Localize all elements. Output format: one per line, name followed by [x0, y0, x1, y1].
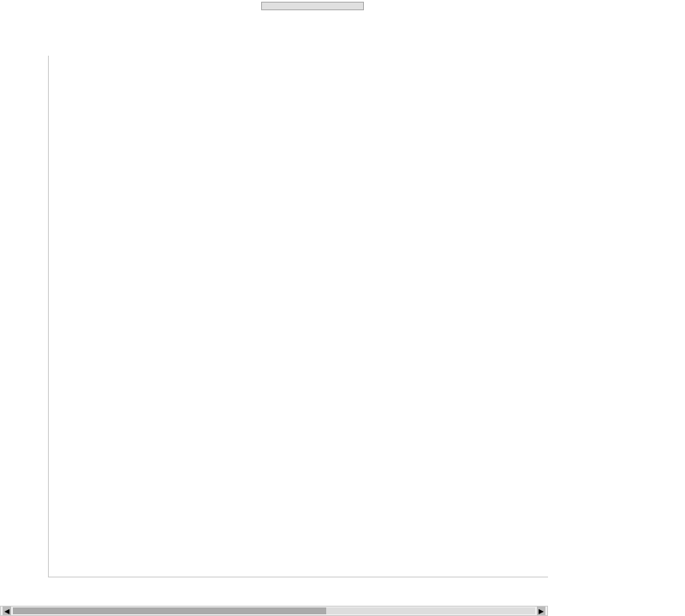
chart-area [0, 47, 548, 590]
bottom-scrollbar[interactable]: ◀ ▶ [0, 606, 548, 616]
tooltip-box [261, 2, 364, 10]
y-axis [15, 56, 48, 577]
plot-area [48, 56, 548, 577]
chart-title [0, 47, 548, 56]
scroll-left[interactable]: ◀ [3, 607, 11, 615]
main-container: ◀ ▶ [0, 0, 685, 616]
scroll-track[interactable] [13, 607, 535, 614]
scroll-right[interactable]: ▶ [537, 607, 545, 615]
legend-panel [552, 47, 685, 590]
y-axis-label [0, 56, 15, 577]
chart-inner [0, 56, 548, 577]
scroll-thumb [13, 607, 326, 614]
